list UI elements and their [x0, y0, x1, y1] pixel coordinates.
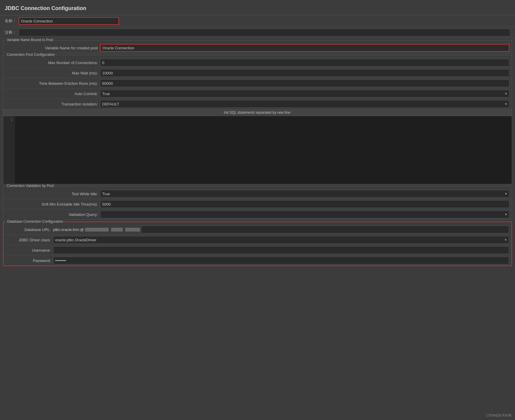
eviction-input[interactable] [100, 79, 509, 87]
username-input[interactable] [53, 246, 509, 254]
name-label: 名称： [5, 18, 19, 24]
pool-config-legend: Connection Pool Configuration [6, 53, 56, 57]
pool-name-label: Variable Name for created pool [6, 46, 100, 50]
db-url-redact1 [85, 228, 109, 232]
username-label: Username: [6, 248, 53, 253]
max-wait-row: Max Wait (ms): [3, 68, 512, 78]
transaction-select[interactable]: DEFAULT READ_COMMITTED READ_UNCOMMITTED … [100, 100, 509, 108]
soft-min-label: Soft Min Evictable Idle Time(ms): [6, 202, 100, 206]
db-url-redact3 [125, 228, 140, 232]
sql-textarea[interactable] [15, 116, 512, 184]
password-row: Password: [4, 255, 511, 266]
variable-section: Variable Name Bound to Pool Variable Nam… [3, 40, 512, 53]
line-numbers: 1 [3, 116, 15, 184]
dialog-title: JDBC Connection Configuration [0, 3, 515, 15]
validation-legend: Connection Validation by Pool [6, 184, 55, 188]
transaction-label: Transaction Isolation: [6, 102, 100, 106]
validation-query-label: Validation Query: [6, 212, 100, 217]
max-wait-input[interactable] [100, 69, 509, 77]
validation-query-row: Validation Query: ▼ [3, 209, 512, 219]
test-idle-select-wrapper: True False ▼ [100, 190, 509, 198]
validation-query-select[interactable] [100, 211, 509, 218]
eviction-row: Time Between Eviction Runs (ms): [3, 78, 512, 89]
watermark: CSDN@是天松呐 [486, 413, 511, 418]
driver-label: JDBC Driver class: [6, 238, 53, 242]
password-input[interactable] [53, 257, 509, 264]
test-idle-select[interactable]: True False [100, 190, 509, 198]
test-idle-row: Test While Idle: True False ▼ [3, 189, 512, 199]
soft-min-input[interactable] [100, 200, 509, 208]
name-row: 名称： [0, 15, 515, 27]
db-url-row: Database URL: jdbc:oracle:thin:@ [4, 224, 511, 235]
driver-select[interactable]: oracle.jdbc.OracleDriver [53, 236, 509, 244]
sql-area-header: Init SQL statements separated by new lin… [3, 109, 512, 116]
transaction-select-wrapper: DEFAULT READ_COMMITTED READ_UNCOMMITTED … [100, 100, 509, 108]
jdbc-config-dialog: JDBC Connection Configuration 名称： 注释： Va… [0, 0, 515, 266]
pool-config-section: Connection Pool Configuration Max Number… [3, 55, 512, 184]
db-config-legend: Database Connection Configuration [6, 219, 64, 224]
db-url-redact2 [111, 228, 123, 232]
variable-legend: Variable Name Bound to Pool [6, 38, 54, 42]
name-input[interactable] [19, 17, 119, 25]
max-connections-row: Max Number of Connections: [3, 58, 512, 68]
comment-input[interactable] [19, 29, 510, 36]
db-url-input[interactable] [141, 226, 509, 233]
validation-section: Connection Validation by Pool Test While… [3, 186, 512, 220]
db-url-prefix: jdbc:oracle:thin:@ [53, 227, 84, 232]
pool-name-row: Variable Name for created pool [3, 43, 512, 53]
pool-name-input[interactable] [100, 44, 509, 52]
max-connections-label: Max Number of Connections: [6, 61, 100, 65]
test-idle-label: Test While Idle: [6, 192, 100, 196]
db-url-label: Database URL: [6, 227, 53, 232]
transaction-row: Transaction Isolation: DEFAULT READ_COMM… [3, 99, 512, 109]
auto-commit-select[interactable]: True False [100, 90, 509, 97]
driver-select-wrapper: oracle.jdbc.OracleDriver ▼ [53, 236, 509, 244]
db-config-section: Database Connection Configuration Databa… [3, 222, 512, 266]
password-label: Password: [6, 258, 53, 263]
soft-min-row: Soft Min Evictable Idle Time(ms): [3, 199, 512, 209]
max-wait-label: Max Wait (ms): [6, 71, 100, 75]
auto-commit-label: Auto Commit: [6, 92, 100, 96]
auto-commit-select-wrapper: True False ▼ [100, 90, 509, 97]
username-row: Username: [4, 245, 511, 255]
auto-commit-row: Auto Commit: True False ▼ [3, 89, 512, 99]
driver-row: JDBC Driver class: oracle.jdbc.OracleDri… [4, 235, 511, 245]
max-connections-input[interactable] [100, 59, 509, 66]
eviction-label: Time Between Eviction Runs (ms): [6, 81, 100, 86]
validation-query-select-wrapper: ▼ [100, 211, 509, 218]
comment-row: 注释： [0, 27, 515, 38]
comment-label: 注释： [5, 30, 19, 35]
sql-editor-wrapper: 1 [3, 116, 512, 184]
